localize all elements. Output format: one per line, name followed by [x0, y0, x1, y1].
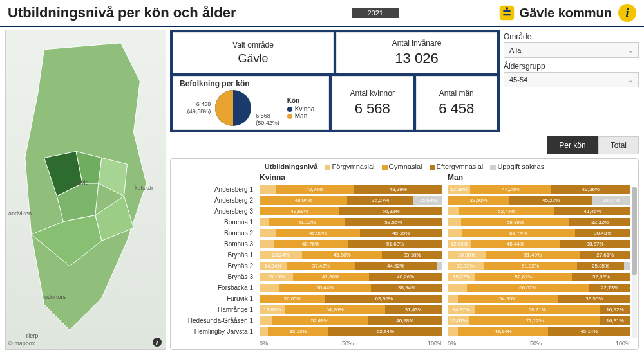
- stacked-bar[interactable]: 49,14%45,14%: [448, 327, 630, 336]
- bar-segment: 36,05%: [260, 295, 325, 303]
- stacked-bar[interactable]: 52,49%40,88%: [260, 316, 442, 325]
- stacked-bar[interactable]: 66,67%22,73%: [448, 284, 630, 292]
- bar-segment: 31,43%: [385, 305, 442, 314]
- bar-segment: 43,66%: [302, 251, 382, 259]
- stacked-bar[interactable]: 13,81%54,76%31,43%: [260, 305, 442, 314]
- chart-rows[interactable]: Andersberg 142,74%48,39%12,39%44,25%43,3…: [176, 184, 633, 339]
- stacked-bar[interactable]: 33,91%45,22%20,87%: [448, 196, 630, 205]
- bar-segment: 33,12%: [268, 327, 328, 336]
- bar-segment: 40,76%: [274, 240, 348, 248]
- stacked-bar[interactable]: 23,24%43,66%33,10%: [260, 251, 442, 259]
- stacked-bar[interactable]: 36,05%63,95%: [260, 295, 442, 303]
- table-row: Bomhus 245,99%45,15%61,74%30,43%: [176, 228, 633, 239]
- bar-segment: 48,04%: [260, 196, 347, 205]
- row-label: Brynäs 1: [176, 251, 257, 259]
- table-row: Furuvik 136,05%63,95%54,95%39,56%: [176, 293, 633, 304]
- map-label-gavle: Gävle: [73, 179, 89, 186]
- stacked-bar[interactable]: 52,44%41,46%: [448, 207, 630, 215]
- stacked-bar[interactable]: 14,84%37,42%44,52%: [260, 262, 442, 270]
- bar-segment: 71,12%: [469, 316, 600, 325]
- stacked-bar[interactable]: 20,90%51,49%27,61%: [448, 251, 630, 259]
- bar-segment: [448, 218, 461, 226]
- stacked-bar[interactable]: 42,74%48,39%: [260, 185, 442, 194]
- tab-per-kon[interactable]: Per kön: [547, 136, 598, 154]
- bar-segment: 12,89%: [448, 240, 471, 248]
- year-indicator[interactable]: 2021: [352, 8, 399, 18]
- bar-segment: 54,76%: [285, 305, 385, 314]
- stacked-bar[interactable]: 18,18%41,56%40,26%: [260, 273, 442, 281]
- stacked-bar[interactable]: 48,04%36,27%15,69%: [260, 196, 442, 205]
- stacked-bar[interactable]: 12,07%71,12%16,81%: [448, 316, 630, 325]
- stacked-bar[interactable]: 50,44%38,94%: [260, 284, 442, 292]
- bar-segment: 45,22%: [509, 196, 592, 205]
- stacked-bar[interactable]: 12,39%44,25%43,36%: [448, 185, 630, 194]
- map-info-icon[interactable]: i: [153, 338, 162, 347]
- table-row: Bomhus 340,76%51,63%12,89%48,44%38,67%: [176, 239, 633, 250]
- table-row: Brynäs 318,18%41,56%40,26%15,27%52,67%32…: [176, 271, 633, 282]
- bar-segment: 32,06%: [572, 273, 630, 281]
- chart-scrollbar[interactable]: [632, 187, 637, 338]
- bar-segment: [260, 327, 268, 336]
- bar-segment: 56,32%: [339, 207, 442, 215]
- stacked-bar[interactable]: 19,73%51,02%25,85%: [448, 262, 630, 270]
- stacked-bar[interactable]: 61,74%30,43%: [448, 229, 630, 237]
- bar-segment: [448, 207, 459, 215]
- chart-col-kvinna: Kvinna: [257, 173, 445, 182]
- bar-segment: 16,92%: [600, 305, 630, 314]
- bar-segment: 18,18%: [260, 273, 293, 281]
- bar-segment: 61,74%: [462, 229, 574, 237]
- stacked-bar[interactable]: 12,89%48,44%38,67%: [448, 240, 630, 248]
- bar-segment: 52,44%: [459, 207, 554, 215]
- row-label: Brynäs 2: [176, 262, 257, 269]
- stacked-bar[interactable]: 15,27%52,67%32,06%: [448, 273, 630, 281]
- bar-segment: 59,19%: [461, 218, 569, 226]
- bar-segment: 41,56%: [293, 273, 369, 281]
- table-row: Hedesunda-Grååsen 152,49%40,88%12,07%71,…: [176, 315, 633, 326]
- stacked-bar[interactable]: 45,99%45,15%: [260, 229, 442, 237]
- dropdown-age-group[interactable]: 45-54 ⌄: [504, 72, 639, 87]
- gavle-logo-icon: [498, 4, 516, 22]
- bar-segment: [260, 284, 279, 292]
- choropleth-map[interactable]: Gävle kutskär andviken odertors Tierp © …: [5, 30, 166, 350]
- filter-age-label: Åldersgrupp: [504, 62, 639, 71]
- card-population-by-gender: Befolkning per kön 6 458 (49,58%): [173, 76, 329, 130]
- table-row: Andersberg 343,68%56,32%52,44%41,46%: [176, 206, 633, 217]
- bar-segment: 45,14%: [548, 327, 630, 336]
- bar-segment: 53,55%: [345, 218, 442, 226]
- info-icon[interactable]: i: [618, 4, 636, 22]
- stacked-bar[interactable]: 33,12%62,34%: [260, 327, 442, 336]
- row-label: Hamrånge 1: [176, 306, 257, 313]
- chart-axis: 0%50%100% 0%50%100%: [176, 340, 633, 347]
- tab-total[interactable]: Total: [598, 136, 639, 154]
- row-label: Andersberg 1: [176, 186, 257, 193]
- bar-segment: 14,84%: [260, 262, 287, 270]
- stacked-bar[interactable]: 43,68%56,32%: [260, 207, 442, 215]
- stacked-bar[interactable]: 40,76%51,63%: [260, 240, 442, 248]
- bar-segment: [260, 185, 276, 194]
- chevron-down-icon: ⌄: [628, 77, 633, 84]
- row-label: Bomhus 1: [176, 219, 257, 226]
- svg-point-1: [506, 7, 508, 10]
- scrollbar-thumb[interactable]: [632, 187, 637, 275]
- bar-segment: 52,67%: [475, 273, 572, 281]
- bar-segment: 43,68%: [260, 207, 339, 215]
- row-label: Furuvik 1: [176, 295, 257, 302]
- table-row: Bomhus 141,12%53,55%59,19%33,33%: [176, 217, 633, 228]
- bar-segment: 63,95%: [325, 295, 442, 303]
- pie-chart-icon: [214, 89, 252, 127]
- stacked-bar[interactable]: 59,19%33,33%: [448, 218, 630, 226]
- bar-segment: 19,73%: [448, 262, 484, 270]
- stacked-bar[interactable]: 14,87%68,21%16,92%: [448, 305, 630, 314]
- bar-segment: 45,15%: [360, 229, 442, 237]
- bar-segment: 48,44%: [471, 240, 560, 248]
- card-women-count: Antal kvinnor 6 568: [332, 76, 413, 130]
- bar-segment: 43,36%: [551, 185, 630, 194]
- bar-segment: 49,14%: [458, 327, 548, 336]
- bar-segment: 51,49%: [486, 251, 580, 259]
- stacked-bar[interactable]: 41,12%53,55%: [260, 218, 442, 226]
- bar-segment: [260, 240, 274, 248]
- stacked-bar[interactable]: 54,95%39,56%: [448, 295, 630, 303]
- bar-segment: 12,07%: [448, 316, 469, 325]
- chart-legend: Utbildningsnivå Förgymnasial Gymnasial E…: [176, 163, 633, 170]
- dropdown-area[interactable]: Alla ⌄: [504, 42, 639, 58]
